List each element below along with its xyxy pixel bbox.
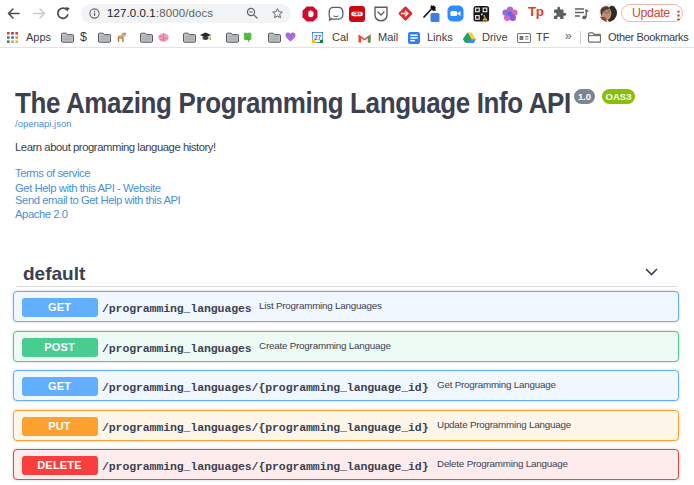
svg-text:27: 27 <box>314 34 322 41</box>
svg-text:CBS: CBS <box>353 12 361 16</box>
